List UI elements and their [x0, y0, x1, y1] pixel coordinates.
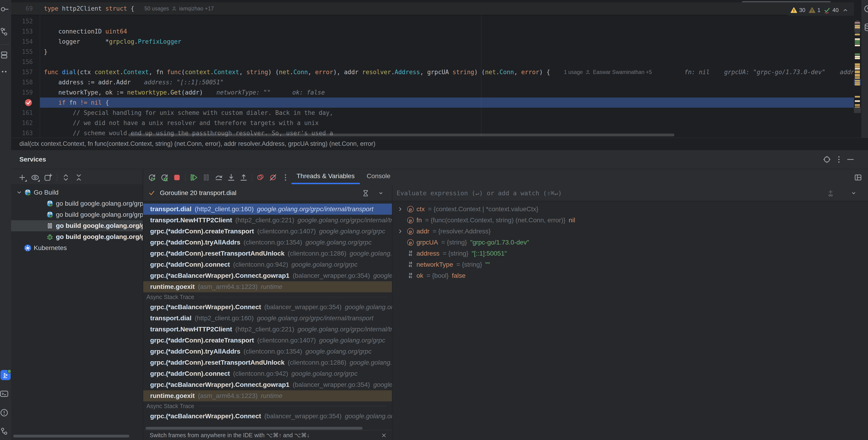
line-gutter[interactable]: 156 — [11, 57, 40, 67]
stop-button[interactable] — [172, 172, 183, 183]
tree-item[interactable]: Go Build — [11, 187, 143, 198]
code-line[interactable]: if fn != nil { — [11, 97, 854, 108]
line-gutter[interactable]: 162 — [11, 118, 40, 128]
variable-row[interactable]: fn= {func(context.Context, string) (net.… — [393, 215, 868, 226]
line-gutter[interactable]: 155 — [11, 47, 40, 57]
usages-label[interactable]: 50 usages — [144, 5, 169, 12]
step-out-button[interactable] — [238, 172, 249, 183]
commit-icon[interactable] — [0, 4, 9, 14]
code-line[interactable]: 154 logger *grpclog.PrefixLogger — [11, 36, 854, 47]
rerun-button[interactable] — [147, 172, 157, 183]
code-vision[interactable]: 1 usageEaswar Swaminathan +5 — [564, 67, 652, 77]
line-gutter[interactable] — [11, 97, 40, 108]
code-line[interactable]: 157func dial(ctx context.Context, fn fun… — [11, 67, 854, 77]
error-stripe[interactable] — [854, 0, 861, 138]
view-breakpoints-button[interactable] — [255, 172, 266, 183]
open-each-in-new-tab-button[interactable] — [42, 172, 54, 183]
tree-item[interactable]: go build google.golang.org/grpc/ex — [11, 198, 143, 209]
goroutine-selector[interactable]: Goroutine 20 transport.dial — [143, 185, 392, 201]
step-into-button[interactable] — [226, 172, 237, 183]
code-line[interactable]: 158 address := addr.Addraddress: "[::1]:… — [11, 77, 854, 87]
rerun-debug-button[interactable] — [159, 172, 170, 183]
prev-problem-icon[interactable] — [842, 7, 849, 13]
variable-row[interactable]: addr= {resolver.Address} — [393, 226, 868, 237]
close-icon[interactable] — [381, 432, 387, 438]
line-gutter[interactable]: 152 — [11, 16, 40, 26]
code-text[interactable]: connectionID uint64 — [40, 26, 854, 36]
tree-horizontal-scrollbar[interactable] — [13, 435, 129, 437]
next-problem-icon[interactable] — [852, 7, 854, 13]
more-tool-windows-icon[interactable] — [0, 66, 9, 77]
code-line[interactable]: 152 — [11, 16, 854, 26]
line-gutter[interactable]: 157 — [11, 67, 40, 77]
stack-frame[interactable]: transport.dial(http2_client.go:160)googl… — [143, 313, 392, 324]
stack-frame[interactable]: grpc.(*addrConn).tryAllAddrs(clientconn.… — [143, 346, 392, 357]
code-text[interactable] — [40, 16, 854, 26]
stack-frame[interactable]: grpc.(*addrConn).resetTransportAndUnlock… — [143, 357, 392, 368]
mute-breakpoints-button[interactable] — [268, 172, 279, 183]
code-editor[interactable]: 69type http2Client struct {50 usagesiamq… — [11, 0, 854, 138]
breakpoint-icon[interactable] — [24, 98, 33, 107]
tree-item[interactable]: Kubernetes — [11, 242, 143, 254]
author-label[interactable]: iamqizhao +17 — [179, 5, 214, 12]
stack-frame[interactable]: grpc.(*acBalancerWrapper).Connect(balanc… — [143, 411, 392, 422]
stack-frame[interactable]: grpc.(*acBalancerWrapper).Connect(balanc… — [143, 301, 392, 313]
tab-threads-variables[interactable]: Threads & Variables — [291, 169, 360, 184]
author-label[interactable]: Easwar Swaminathan +5 — [593, 69, 652, 75]
chevron-expanded-icon[interactable] — [15, 189, 23, 196]
database-icon[interactable] — [863, 23, 868, 32]
code-text[interactable]: logger *grpclog.PrefixLogger — [40, 36, 854, 47]
code-line[interactable]: 162 // we did not have a unix resolver a… — [11, 118, 854, 128]
warnings-item[interactable]: 30 — [790, 7, 805, 13]
stack-frame[interactable]: grpc.(*addrConn).createTransport(clientc… — [143, 226, 392, 237]
problems-icon[interactable] — [0, 408, 9, 418]
breakpoint-verified-icon[interactable] — [24, 98, 33, 107]
line-gutter[interactable]: 69 — [11, 2, 40, 15]
code-line[interactable]: 161 // Special handling for unix scheme … — [11, 108, 854, 118]
code-line[interactable]: 153 connectionID uint64 — [11, 26, 854, 36]
stack-frame[interactable]: grpc.(*addrConn).tryAllAddrs(clientconn.… — [143, 237, 392, 248]
stack-frame[interactable]: grpc.(*acBalancerWrapper).Connect.gowrap… — [143, 270, 392, 281]
chevron-down-icon[interactable] — [376, 188, 386, 198]
code-text[interactable]: func dial(ctx context.Context, fn func(c… — [40, 67, 854, 77]
code-line[interactable]: 69type http2Client struct {50 usagesiamq… — [11, 2, 854, 15]
expand-chevron-icon[interactable] — [396, 206, 404, 212]
tree-item[interactable]: go build google.golang.org/grpc/ex — [11, 209, 143, 220]
sticky-header-line[interactable]: 69type http2Client struct {50 usagesiamq… — [11, 2, 854, 15]
stack-frame[interactable]: transport.NewHTTP2Client(http2_client.go… — [143, 324, 392, 335]
code-text[interactable]: address := addr.Addraddress: "[::1]:5005… — [40, 77, 854, 87]
passed-item[interactable]: 40 — [824, 7, 839, 13]
chevron-right-icon[interactable] — [397, 206, 403, 212]
layout-settings-icon[interactable] — [853, 172, 863, 183]
code-text[interactable]: } — [40, 47, 854, 57]
services-header[interactable]: Services — [11, 150, 868, 169]
tab-console[interactable]: Console — [362, 169, 396, 184]
code-line[interactable]: 159 networkType, ok := networktype.Get(a… — [11, 87, 854, 97]
stack-frame[interactable]: grpc.(*addrConn).resetTransportAndUnlock… — [143, 248, 392, 259]
variable-row[interactable]: address= {string}"[::1]:50051" — [393, 248, 868, 259]
code-line[interactable]: 156 — [11, 57, 854, 67]
stack-frame[interactable]: grpc.(*addrConn).connect(clientconn.go:9… — [143, 259, 392, 270]
variable-row[interactable]: networkType= {string}"" — [393, 259, 868, 270]
stack-frame[interactable]: transport.dial(http2_client.go:160)googl… — [143, 204, 392, 215]
pause-button[interactable] — [201, 172, 212, 183]
editor-horizontal-scrollbar[interactable] — [128, 134, 675, 136]
chevron-down-icon[interactable] — [848, 188, 859, 198]
editor-vertical-scrollbar[interactable] — [855, 20, 860, 34]
code-text[interactable]: type http2Client struct {50 usagesiamqiz… — [40, 2, 854, 15]
line-gutter[interactable]: 159 — [11, 87, 40, 97]
more-icon[interactable] — [834, 154, 844, 165]
code-text[interactable] — [40, 57, 854, 67]
inspections-widget[interactable]: 30 1 40 — [786, 5, 854, 16]
line-gutter[interactable]: 158 — [11, 77, 40, 87]
line-gutter[interactable]: 153 — [11, 26, 40, 36]
show-services-button[interactable] — [30, 172, 41, 183]
evaluate-expression-field[interactable]: Evaluate expression (↵) or add a watch (… — [393, 185, 868, 201]
stack-frame[interactable]: grpc.(*addrConn).createTransport(clientc… — [143, 335, 392, 346]
tree-item[interactable]: go build google.golang.org/grpc/ — [11, 231, 143, 242]
code-line[interactable]: 155} — [11, 47, 854, 57]
terminal-icon[interactable] — [0, 389, 9, 399]
stacked-panels-icon[interactable] — [0, 50, 9, 60]
add-service-button[interactable] — [17, 172, 28, 183]
tree-item[interactable]: go build google.golang.org/grpc/ — [11, 220, 143, 231]
